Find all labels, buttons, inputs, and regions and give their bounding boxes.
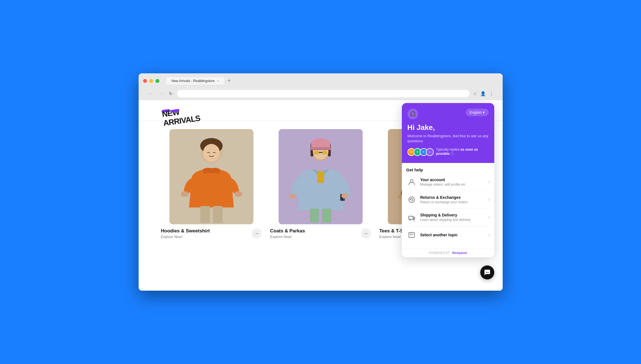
svg-rect-37 [409, 216, 413, 219]
reload-button[interactable]: ↻ [168, 90, 174, 97]
footer-brand: Richpanel [452, 251, 467, 255]
help-item-returns-text: Returns & Exchanges Return or exchange y… [420, 195, 488, 204]
profile-button[interactable]: 👤 [480, 91, 486, 96]
help-item-other[interactable]: Select another topic › [406, 226, 490, 244]
product-card-coat: Coats & Parkas Explore Now! → [270, 129, 371, 239]
svg-point-3 [181, 191, 189, 197]
svg-rect-6 [200, 206, 210, 223]
svg-point-42 [487, 272, 488, 273]
language-label: English [470, 110, 482, 115]
info-icon: ⓘ [451, 152, 454, 156]
chat-logo-icon: 🎧 [407, 109, 418, 119]
browser-window: New Arrivals - Realblingstore × + ← → ↻ … [139, 73, 503, 291]
svg-rect-21 [319, 152, 322, 153]
reply-status-prefix: Typically replies [436, 148, 461, 151]
browser-tab-active[interactable]: New Arrivals - Realblingstore × [166, 77, 225, 85]
chat-agents: M A K L Typically replies as soon as pos… [407, 148, 489, 156]
account-icon [406, 177, 417, 187]
returns-title: Returns & Exchanges [420, 195, 488, 200]
account-desc: Manage orders, edit profile etc [420, 183, 488, 186]
svg-point-41 [486, 272, 486, 273]
product-image-hoodie [161, 129, 262, 224]
browser-actions: ☆ 👤 ⋮ [473, 91, 494, 96]
product-title-coat: Coats & Parkas [270, 228, 305, 234]
help-item-other-text: Select another topic [420, 233, 488, 237]
product-card-hoodie: Hoodies & Sweetshirt Explore Now! → [161, 129, 262, 239]
help-item-account-text: Your account Manage orders, edit profile… [420, 178, 488, 186]
svg-rect-19 [314, 151, 320, 155]
chat-header-top: 🎧 English ▾ [407, 109, 489, 119]
product-subtitle-coat: Explore Now! [270, 235, 305, 239]
traffic-light-green[interactable] [155, 79, 159, 83]
help-item-shipping-text: Shipping & Delivery Learn about shipping… [420, 213, 488, 222]
shipping-title: Shipping & Delivery [420, 213, 488, 217]
svg-point-14 [289, 194, 296, 199]
svg-point-39 [413, 219, 414, 220]
browser-addressbar: ← → ↻ ☆ 👤 ⋮ [143, 88, 498, 100]
other-title: Select another topic [420, 233, 488, 237]
agents-avatars: M A K L [407, 148, 434, 156]
browser-titlebar: New Arrivals - Realblingstore × + ← → ↻ … [139, 73, 503, 100]
traffic-light-yellow[interactable] [149, 79, 153, 83]
returns-chevron-icon: › [488, 197, 490, 202]
returns-desc: Return or exchange your orders [420, 200, 488, 204]
product-image-coat [270, 129, 371, 224]
svg-point-17 [341, 193, 348, 198]
back-button[interactable]: ← [148, 90, 154, 97]
store-logo-text: NEW ARRIVALS [161, 109, 170, 113]
svg-rect-26 [322, 209, 331, 223]
svg-rect-25 [310, 209, 319, 223]
help-section-title: Get help [406, 167, 490, 172]
footer-prefix: POWERED BY [429, 251, 449, 255]
returns-icon [406, 194, 417, 205]
svg-rect-13 [317, 172, 324, 183]
tab-close-btn[interactable]: × [217, 79, 219, 83]
svg-point-5 [203, 144, 220, 162]
product-arrow-hoodie[interactable]: → [252, 228, 262, 239]
svg-point-4 [234, 191, 242, 197]
chevron-down-icon: ▾ [483, 110, 485, 115]
product-info-hoodie: Hoodies & Sweetshirt Explore Now! → [161, 228, 262, 239]
tab-label: New Arrivals - Realblingstore [172, 79, 215, 83]
product-title-hoodie: Hoodies & Sweetshirt [161, 228, 210, 234]
reply-status: Typically replies as soon as possible ⓘ [436, 148, 489, 156]
svg-rect-24 [310, 147, 331, 150]
chat-widget: 🎧 English ▾ Hi Jake, Welcome to Realblin… [402, 103, 494, 257]
svg-rect-7 [213, 206, 223, 223]
forward-button[interactable]: → [158, 90, 164, 97]
bookmark-button[interactable]: ☆ [473, 91, 477, 96]
store-logo: NEW ARRIVALS [161, 106, 408, 115]
svg-point-36 [409, 197, 414, 202]
product-subtitle-hoodie: Explore Now! [161, 235, 210, 239]
shipping-icon [406, 212, 417, 223]
chat-help-section: Get help Your account Manage orders, edi… [402, 163, 494, 248]
menu-button[interactable]: ⋮ [489, 91, 494, 96]
svg-rect-20 [322, 151, 327, 155]
account-chevron-icon: › [488, 179, 490, 185]
traffic-light-red[interactable] [143, 79, 147, 83]
chat-header: 🎧 English ▾ Hi Jake, Welcome to Realblin… [402, 103, 494, 163]
account-title: Your account [420, 178, 488, 182]
language-button[interactable]: English ▾ [466, 109, 489, 116]
help-item-account[interactable]: Your account Manage orders, edit profile… [406, 173, 490, 191]
chat-bubble-button[interactable] [480, 265, 494, 279]
address-bar[interactable] [177, 90, 470, 97]
help-item-shipping[interactable]: Shipping & Delivery Learn about shipping… [406, 209, 490, 226]
browser-tabs: New Arrivals - Realblingstore × + [166, 77, 233, 85]
help-item-returns[interactable]: Returns & Exchanges Return or exchange y… [406, 191, 490, 209]
chat-welcome-text: Welcome to Realblingstore, feel free to … [407, 134, 489, 144]
topic-icon [406, 230, 417, 240]
product-arrow-coat[interactable]: → [361, 228, 371, 239]
chat-footer: POWERED BY Richpanel [402, 248, 494, 257]
svg-point-38 [409, 219, 410, 220]
page-content: NEW ARRIVALS MEN WOMEN HOME & L... [139, 100, 503, 291]
other-chevron-icon: › [488, 232, 490, 237]
shipping-chevron-icon: › [488, 215, 490, 220]
svg-point-43 [488, 272, 489, 273]
agent-avatar-l: L [426, 148, 434, 156]
svg-point-35 [410, 179, 413, 182]
shipping-desc: Learn about shipping and delivery [420, 218, 488, 222]
new-tab-button[interactable]: + [225, 77, 233, 85]
product-info-coat: Coats & Parkas Explore Now! → [270, 228, 371, 239]
chat-greeting: Hi Jake, [407, 123, 489, 132]
